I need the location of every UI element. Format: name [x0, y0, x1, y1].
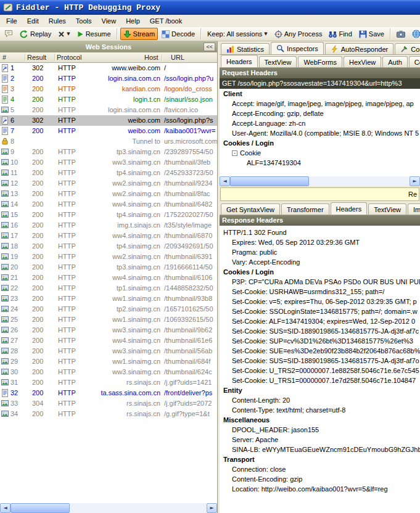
session-row[interactable]: 32200HTTPta.sass.sina.com.cn/front/deliv…: [0, 388, 217, 398]
session-protocol: HTTP: [58, 367, 80, 377]
scrollbar-thumb[interactable]: [10, 503, 70, 513]
menu-item-get-book[interactable]: GET /book: [145, 16, 187, 26]
tab-autoresponder[interactable]: AutoResponder: [325, 43, 393, 54]
session-row[interactable]: 28200HTTPww3.sinaimg.cn/thumbnail/56ab: [0, 346, 217, 356]
session-row[interactable]: 4200HTTPlogin.t.cn/sinaurl/sso.json: [0, 94, 217, 105]
replay-button[interactable]: Replay: [17, 28, 54, 40]
sessions-horizontal-scrollbar[interactable]: ◄ ►: [0, 503, 217, 513]
session-row[interactable]: 30200HTTPww3.sinaimg.cn/thumbnail/624c: [0, 367, 217, 377]
menu-item-view[interactable]: View: [97, 16, 121, 26]
request-tab-hexview[interactable]: HexView: [344, 56, 381, 67]
browse-button[interactable]: Br: [409, 28, 420, 40]
session-host: login.sina.com.cn: [80, 73, 160, 84]
session-protocol: HTTP: [58, 168, 80, 178]
header-text: Set-Cookie: U_TRS1=00000007.1e7d258f.504…: [232, 377, 416, 384]
response-tab-textview[interactable]: TextView: [368, 203, 406, 215]
session-row[interactable]: 5200HTTPlogin.sina.com.cn/favicon.ico: [0, 105, 217, 115]
decode-button[interactable]: Decode: [159, 28, 198, 40]
find-button[interactable]: Find: [326, 28, 355, 40]
session-row[interactable]: 18200HTTPtp4.sinaimg.cn/2093492691/50: [0, 241, 217, 252]
request-horizontal-scrollbar[interactable]: ◄ ►: [220, 176, 420, 186]
any-process-button[interactable]: Any Process: [271, 28, 326, 40]
scroll-right-button[interactable]: ►: [410, 176, 420, 186]
response-tab-headers[interactable]: Headers: [331, 202, 368, 215]
scroll-right-button[interactable]: ►: [207, 503, 217, 513]
session-row[interactable]: 27200HTTPww4.sinaimg.cn/thumbnail/61e6: [0, 335, 217, 346]
session-row[interactable]: 25200HTTPww1.sinaimg.cn/1069392615/50: [0, 314, 217, 325]
session-row[interactable]: 17200HTTPww4.sinaimg.cn/thumbnail/6870: [0, 231, 217, 241]
response-tab-transformer[interactable]: Transformer: [281, 203, 329, 215]
request-tab-headers[interactable]: Headers: [221, 55, 258, 67]
session-row[interactable]: 34200HTTPrs.sinajs.cn/g.gif?type=1&t: [0, 409, 217, 419]
session-row[interactable]: 6302HTTPweibo.com/sso/login.php?s: [0, 115, 217, 126]
session-row[interactable]: 29200HTTPww1.sinaimg.cn/thumbnail/684f: [0, 356, 217, 367]
save-button[interactable]: Save: [356, 28, 387, 40]
session-protocol: HTTP: [58, 94, 80, 105]
session-row[interactable]: 22200HTTPtp1.sinaimg.cn/1448858232/50: [0, 283, 217, 293]
tab-label: HexView: [349, 59, 376, 66]
menu-item-rules[interactable]: Rules: [44, 16, 71, 26]
response-tab-imageview[interactable]: ImageView: [408, 203, 420, 215]
remove-sessions-button[interactable]: ▼: [55, 28, 73, 40]
session-row[interactable]: 8Tunnel tours.microsoft.com:443: [0, 136, 217, 147]
session-row[interactable]: 26200HTTPww3.sinaimg.cn/thumbnail/9b62: [0, 325, 217, 335]
session-protocol: HTTP: [58, 409, 80, 419]
column-header-result[interactable]: Result: [27, 54, 46, 61]
session-row[interactable]: 20200HTTPtp3.sinaimg.cn/1916666114/50: [0, 262, 217, 273]
response-tab-get-syntaxview[interactable]: Get SyntaxView: [221, 203, 280, 215]
session-row[interactable]: 13200HTTPww2.sinaimg.cn/thumbnail/8fac: [0, 189, 217, 199]
encoding-notice[interactable]: Re: [220, 187, 419, 201]
session-row[interactable]: 21200HTTPww4.sinaimg.cn/thumbnail/6106: [0, 273, 217, 283]
keep-sessions-dropdown[interactable]: Keep: All sessions▼: [204, 28, 271, 40]
stream-button[interactable]: Stream: [120, 28, 158, 40]
resume-button[interactable]: Resume: [74, 28, 114, 40]
session-row[interactable]: 12200HTTPww2.sinaimg.cn/thumbnail/9234: [0, 178, 217, 189]
request-tab-auth[interactable]: Auth: [382, 56, 408, 67]
tab-label: Statistics: [237, 46, 264, 53]
column-header-url[interactable]: URL: [171, 54, 184, 61]
request-line[interactable]: GET /sso/login.php?ssosavestate=13474193…: [220, 78, 420, 89]
session-row[interactable]: 11200HTTPtp4.sinaimg.cn/2452933723/50: [0, 168, 217, 178]
session-row[interactable]: 9200HTTPtp3.sinaimg.cn/2392897554/50: [0, 147, 217, 157]
column-header-protocol[interactable]: Protocol: [57, 54, 81, 61]
session-row[interactable]: 10200HTTPww3.sinaimg.cn/thumbnail/3feb: [0, 157, 217, 168]
request-tab-cookies[interactable]: Cookies: [409, 56, 420, 67]
column-header-[interactable]: #: [2, 54, 6, 61]
collapse-expander-icon[interactable]: -: [232, 150, 237, 156]
tab-statistics[interactable]: Statistics: [221, 43, 270, 54]
session-row[interactable]: 2200HTTPlogin.sina.com.cn/sso/login.php?…: [0, 73, 217, 84]
session-number: 9: [10, 147, 28, 157]
session-row[interactable]: 19200HTTPww2.sinaimg.cn/thumbnail/6391: [0, 252, 217, 262]
menu-item-edit[interactable]: Edit: [22, 16, 44, 26]
scroll-left-button[interactable]: ◄: [0, 503, 10, 513]
tab-composer[interactable]: Composer: [395, 43, 420, 54]
request-header-line[interactable]: -Cookie: [220, 148, 420, 158]
session-url: /thumbnail/3feb: [164, 157, 217, 168]
scroll-left-button[interactable]: ◄: [220, 176, 230, 186]
session-row[interactable]: 31200HTTPrs.sinajs.cn/j.gif?uids=1421: [0, 377, 217, 388]
session-row[interactable]: 1302HTTPwww.weibo.com/: [0, 63, 217, 73]
column-header-host[interactable]: Host: [144, 54, 159, 61]
session-protocol: HTTP: [58, 126, 80, 136]
menu-item-file[interactable]: File: [1, 16, 22, 26]
session-row[interactable]: 23200HTTPww1.sinaimg.cn/thumbnail/93b8: [0, 293, 217, 304]
session-row[interactable]: 15200HTTPtp4.sinaimg.cn/1752202027/50: [0, 210, 217, 220]
session-number: 19: [10, 252, 28, 262]
response-status-line[interactable]: HTTP/1.1 302 Found: [220, 228, 420, 237]
menu-item-tools[interactable]: Tools: [71, 16, 97, 26]
request-tab-textview[interactable]: TextView: [259, 56, 297, 67]
session-row[interactable]: 14200HTTPww4.sinaimg.cn/thumbnail/6482: [0, 199, 217, 210]
session-row[interactable]: 33304HTTPrs.sinajs.cn/j.gif?uids=2072: [0, 398, 217, 409]
scrollbar-thumb[interactable]: [230, 176, 309, 186]
comment-button[interactable]: [1, 28, 16, 40]
request-tab-webforms[interactable]: WebForms: [298, 56, 342, 67]
session-row[interactable]: 24200HTTPtp2.sinaimg.cn/1657101625/50: [0, 304, 217, 314]
screenshot-button[interactable]: [393, 28, 408, 40]
collapse-panel-button[interactable]: <<: [204, 43, 215, 51]
tab-inspectors[interactable]: Inspectors: [271, 42, 324, 54]
menu-item-help[interactable]: Help: [121, 16, 145, 26]
session-protocol: HTTP: [58, 293, 80, 304]
session-row[interactable]: 7200HTTPweibo.com/kaibao001?wvr=: [0, 126, 217, 136]
session-row[interactable]: 3200HTTPkandian.com/logon/do_cross: [0, 84, 217, 94]
session-row[interactable]: 16200HTTPimg.t.sinajs.cn/t35/style/image: [0, 220, 217, 231]
